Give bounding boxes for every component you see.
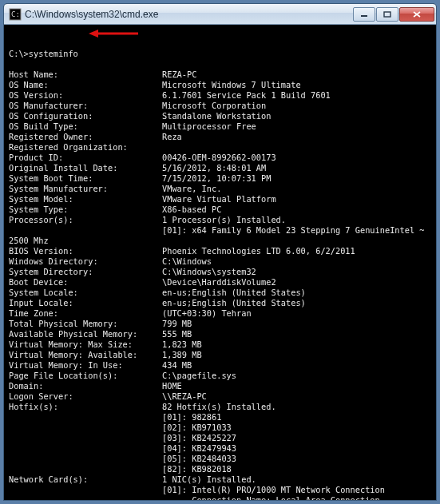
info-row: Total Physical Memory:799 MB — [9, 319, 431, 329]
minimize-button[interactable] — [353, 7, 375, 22]
window-buttons — [352, 7, 434, 22]
info-value: 82 Hotfix(s) Installed. — [162, 402, 431, 412]
info-label: Network Card(s): — [9, 474, 162, 485]
detail-line: [01]: Intel(R) PRO/1000 MT Network Conne… — [9, 485, 431, 495]
processor-detail: [01]: x64 Family 6 Model 23 Stepping 7 G… — [9, 225, 431, 236]
maximize-button[interactable] — [376, 7, 398, 22]
svg-rect-3 — [384, 12, 390, 17]
info-label: System Directory: — [9, 267, 162, 277]
info-value: VMware, Inc. — [162, 184, 431, 194]
processor-wrap: 2500 Mhz — [9, 236, 49, 245]
info-label: Windows Directory: — [9, 256, 162, 267]
info-row: System Model:VMware Virtual Platform — [9, 194, 431, 204]
info-value: VMware Virtual Platform — [162, 194, 431, 204]
detail-line: [02]: KB971033 — [9, 423, 431, 433]
info-row: OS Configuration:Standalone Workstation — [9, 111, 431, 121]
info-row: Registered Owner:Reza — [9, 132, 431, 142]
info-label: Total Physical Memory: — [9, 319, 162, 329]
info-row: Windows Directory:C:\Windows — [9, 256, 431, 267]
info-value: Microsoft Windows 7 Ultimate — [162, 80, 431, 90]
info-label: System Model: — [9, 194, 162, 204]
info-row: System Boot Time:7/15/2012, 10:07:31 PM — [9, 173, 431, 184]
annotation-arrow-icon — [89, 28, 138, 39]
info-label: OS Manufacturer: — [9, 101, 162, 111]
svg-text:C:: C: — [11, 10, 20, 18]
detail-line: Connection Name: Local Area Connection — [9, 495, 431, 500]
info-label: OS Name: — [9, 80, 162, 90]
info-value: 1,389 MB — [162, 350, 431, 360]
info-row: Registered Organization: — [9, 142, 431, 153]
detail-line: [04]: KB2479943 — [9, 443, 431, 454]
info-row: Virtual Memory: In Use:434 MB — [9, 360, 431, 371]
info-value: Multiprocessor Free — [162, 121, 431, 132]
info-value: 1,823 MB — [162, 339, 431, 350]
info-value: 555 MB — [162, 329, 431, 339]
info-row: System Locale:en-us;English (United Stat… — [9, 288, 431, 298]
info-label: System Type: — [9, 204, 162, 215]
info-label: Product ID: — [9, 153, 162, 163]
info-value: en-us;English (United States) — [162, 288, 431, 298]
info-value: HOME — [162, 381, 431, 391]
info-row: Network Card(s):1 NIC(s) Installed. — [9, 474, 431, 485]
info-row: Host Name:REZA-PC — [9, 69, 431, 80]
window-title: C:\Windows\system32\cmd.exe — [25, 9, 352, 20]
info-row: BIOS Version:Phoenix Technologies LTD 6.… — [9, 246, 431, 256]
info-label: Processor(s): — [9, 215, 162, 225]
info-value: en-us;English (United States) — [162, 298, 431, 308]
info-value: 7/15/2012, 10:07:31 PM — [162, 173, 431, 184]
info-label: Available Physical Memory: — [9, 329, 162, 339]
info-label: Registered Organization: — [9, 142, 162, 153]
info-row: Original Install Date:5/16/2012, 8:48:01… — [9, 163, 431, 173]
info-label: System Locale: — [9, 288, 162, 298]
info-label: Hotfix(s): — [9, 402, 162, 412]
info-value: 00426-OEM-8992662-00173 — [162, 153, 431, 163]
close-button[interactable] — [399, 7, 434, 22]
titlebar[interactable]: C: C:\Windows\system32\cmd.exe — [4, 4, 436, 25]
info-value: C:\Windows\system32 — [162, 267, 431, 277]
info-value: REZA-PC — [162, 69, 431, 80]
terminal-output[interactable]: C:\>systeminfo Host Name:REZA-PCOS Name:… — [4, 25, 436, 500]
info-row: OS Name:Microsoft Windows 7 Ultimate — [9, 80, 431, 90]
info-label: OS Version: — [9, 90, 162, 101]
info-label: Original Install Date: — [9, 163, 162, 173]
info-value — [162, 142, 431, 153]
info-value: 6.1.7601 Service Pack 1 Build 7601 — [162, 90, 431, 101]
info-value: Reza — [162, 132, 431, 142]
info-row: Logon Server:\\REZA-PC — [9, 391, 431, 402]
svg-rect-2 — [361, 15, 367, 17]
info-label: OS Configuration: — [9, 111, 162, 121]
info-label: Virtual Memory: Max Size: — [9, 339, 162, 350]
info-row: Page File Location(s):C:\pagefile.sys — [9, 371, 431, 381]
info-value: C:\pagefile.sys — [162, 371, 431, 381]
info-row: Domain:HOME — [9, 381, 431, 391]
info-row: System Type:X86-based PC — [9, 204, 431, 215]
info-value: X86-based PC — [162, 204, 431, 215]
info-value: 1 NIC(s) Installed. — [162, 474, 431, 485]
info-row: Virtual Memory: Available:1,389 MB — [9, 350, 431, 360]
detail-line: [01]: 982861 — [9, 412, 431, 423]
info-label: Input Locale: — [9, 298, 162, 308]
info-row: Product ID:00426-OEM-8992662-00173 — [9, 153, 431, 163]
info-label: OS Build Type: — [9, 121, 162, 132]
info-value: Microsoft Corporation — [162, 101, 431, 111]
info-label: Virtual Memory: In Use: — [9, 360, 162, 371]
info-label: Virtual Memory: Available: — [9, 350, 162, 360]
info-value: 1 Processor(s) Installed. — [162, 215, 431, 225]
info-value: Standalone Workstation — [162, 111, 431, 121]
info-row: Available Physical Memory:555 MB — [9, 329, 431, 339]
info-row: OS Build Type:Multiprocessor Free — [9, 121, 431, 132]
info-value: C:\Windows — [162, 256, 431, 267]
detail-line: [82]: KB982018 — [9, 464, 431, 474]
info-value: 434 MB — [162, 360, 431, 371]
info-label: Boot Device: — [9, 277, 162, 288]
info-label: System Manufacturer: — [9, 184, 162, 194]
info-label: BIOS Version: — [9, 246, 162, 256]
info-label: Page File Location(s): — [9, 371, 162, 381]
svg-marker-5 — [89, 30, 98, 38]
info-row: Processor(s):1 Processor(s) Installed. — [9, 215, 431, 225]
info-row: Time Zone:(UTC+03:30) Tehran — [9, 308, 431, 319]
info-row: Boot Device:\Device\HarddiskVolume2 — [9, 277, 431, 288]
command-line: C:\>systeminfo — [9, 49, 78, 58]
info-value: (UTC+03:30) Tehran — [162, 308, 431, 319]
info-label: Logon Server: — [9, 391, 162, 402]
